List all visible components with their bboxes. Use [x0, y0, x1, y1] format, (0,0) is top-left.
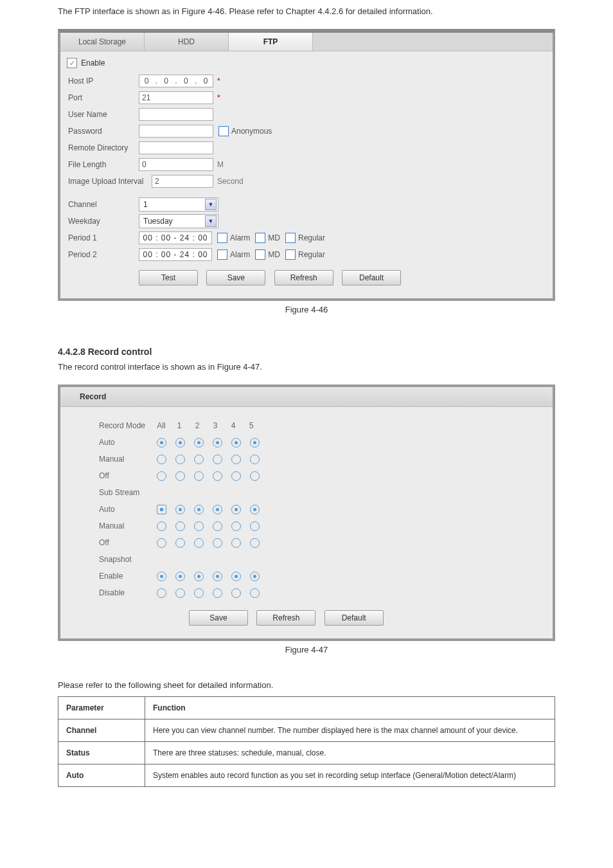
imageupload-label: Image Upload Interval	[67, 177, 152, 186]
radio[interactable]	[231, 521, 241, 531]
period1-md-checkbox[interactable]	[255, 233, 265, 243]
filelength-unit: M	[217, 160, 224, 169]
hostip-label: Host IP	[67, 77, 139, 86]
radio[interactable]	[157, 572, 166, 581]
radio[interactable]	[175, 538, 185, 548]
row-label: Off	[99, 538, 157, 547]
period2-md-checkbox[interactable]	[255, 249, 265, 260]
radio[interactable]	[194, 521, 204, 531]
th-parameter: Parameter	[58, 697, 145, 719]
radio[interactable]	[175, 521, 185, 531]
remotedir-label: Remote Directory	[67, 143, 139, 152]
radio[interactable]	[175, 471, 185, 481]
radio[interactable]	[175, 588, 185, 598]
refresh-button[interactable]: Refresh	[274, 270, 333, 285]
hostip-input[interactable]: 0. 0. 0. 0	[139, 75, 213, 87]
radio[interactable]	[250, 438, 260, 448]
row-label: Snapshot	[99, 555, 157, 564]
radio[interactable]	[213, 588, 222, 598]
channel-select[interactable]: 1 ▼	[139, 197, 218, 212]
filelength-input[interactable]: 0	[139, 158, 213, 171]
save-button[interactable]: Save	[189, 610, 248, 626]
enable-checkbox[interactable]: ✓	[67, 58, 77, 68]
filelength-label: File Length	[67, 160, 139, 169]
radio[interactable]	[194, 471, 204, 481]
radio[interactable]	[213, 471, 222, 481]
radio[interactable]	[231, 538, 241, 548]
period1-time[interactable]: 00 : 00 - 24 : 00	[139, 231, 212, 244]
radio[interactable]	[231, 572, 241, 581]
radio[interactable]	[250, 588, 260, 598]
radio[interactable]	[250, 521, 260, 531]
table-row: ChannelHere you can view channel number.…	[58, 719, 555, 742]
radio[interactable]	[194, 505, 204, 514]
radio[interactable]	[231, 505, 241, 514]
period2-regular-checkbox[interactable]	[285, 249, 296, 260]
radio[interactable]	[213, 572, 222, 581]
radio[interactable]	[194, 438, 204, 448]
radio[interactable]	[250, 455, 260, 464]
refresh-button[interactable]: Refresh	[256, 610, 315, 626]
table-row: StatusThere are three statuses: schedule…	[58, 742, 555, 764]
record-intro: The record control interface is shown as…	[58, 362, 555, 372]
radio[interactable]	[194, 588, 204, 598]
table-intro: Please refer to the following sheet for …	[0, 667, 613, 696]
radio[interactable]	[194, 538, 204, 548]
save-button[interactable]: Save	[206, 270, 265, 285]
radio[interactable]	[231, 438, 241, 448]
remotedir-input[interactable]	[139, 141, 213, 154]
radio[interactable]	[213, 538, 222, 548]
default-button[interactable]: Default	[324, 610, 384, 626]
tab-ftp[interactable]: FTP	[229, 33, 313, 51]
record-panel: Record Record Mode All12345 AutoManualOf…	[58, 384, 555, 641]
tab-hdd[interactable]: HDD	[145, 33, 229, 51]
col-head: All	[157, 421, 166, 430]
radio[interactable]	[157, 505, 166, 514]
period2-alarm-checkbox[interactable]	[217, 249, 227, 260]
period1-alarm-checkbox[interactable]	[217, 233, 227, 243]
radio[interactable]	[175, 505, 185, 514]
radio[interactable]	[250, 471, 260, 481]
row-label: Off	[99, 471, 157, 480]
radio[interactable]	[250, 572, 260, 581]
th-function: Function	[145, 697, 555, 719]
radio[interactable]	[157, 471, 166, 481]
radio[interactable]	[157, 538, 166, 548]
row-label: Enable	[99, 572, 157, 581]
radio[interactable]	[157, 588, 166, 598]
radio[interactable]	[175, 438, 185, 448]
row-label: Auto	[99, 505, 157, 514]
imageupload-input[interactable]: 2	[152, 175, 213, 188]
radio[interactable]	[250, 505, 260, 514]
radio[interactable]	[213, 505, 222, 514]
radio[interactable]	[194, 455, 204, 464]
radio[interactable]	[213, 438, 222, 448]
radio[interactable]	[194, 572, 204, 581]
anonymous-checkbox[interactable]	[218, 126, 229, 136]
radio[interactable]	[231, 471, 241, 481]
period1-label: Period 1	[67, 233, 139, 242]
radio[interactable]	[231, 455, 241, 464]
period2-time[interactable]: 00 : 00 - 24 : 00	[139, 248, 212, 261]
default-button[interactable]: Default	[342, 270, 401, 285]
row-label: Disable	[99, 588, 157, 597]
radio[interactable]	[175, 572, 185, 581]
radio[interactable]	[213, 455, 222, 464]
username-input[interactable]	[139, 108, 213, 121]
radio[interactable]	[157, 521, 166, 531]
enable-label: Enable	[81, 59, 105, 68]
period1-regular-checkbox[interactable]	[285, 233, 296, 243]
password-input[interactable]	[139, 125, 213, 138]
radio[interactable]	[175, 455, 185, 464]
radio[interactable]	[231, 588, 241, 598]
tab-local-storage[interactable]: Local Storage	[60, 33, 145, 51]
radio[interactable]	[250, 538, 260, 548]
test-button[interactable]: Test	[139, 270, 198, 285]
row-label: Manual	[99, 521, 157, 530]
radio[interactable]	[157, 438, 166, 448]
radio[interactable]	[157, 455, 166, 464]
param-table: Parameter Function ChannelHere you can v…	[58, 696, 555, 787]
weekday-select[interactable]: Tuesday ▼	[139, 214, 218, 228]
radio[interactable]	[213, 521, 222, 531]
port-input[interactable]: 21	[139, 91, 213, 104]
